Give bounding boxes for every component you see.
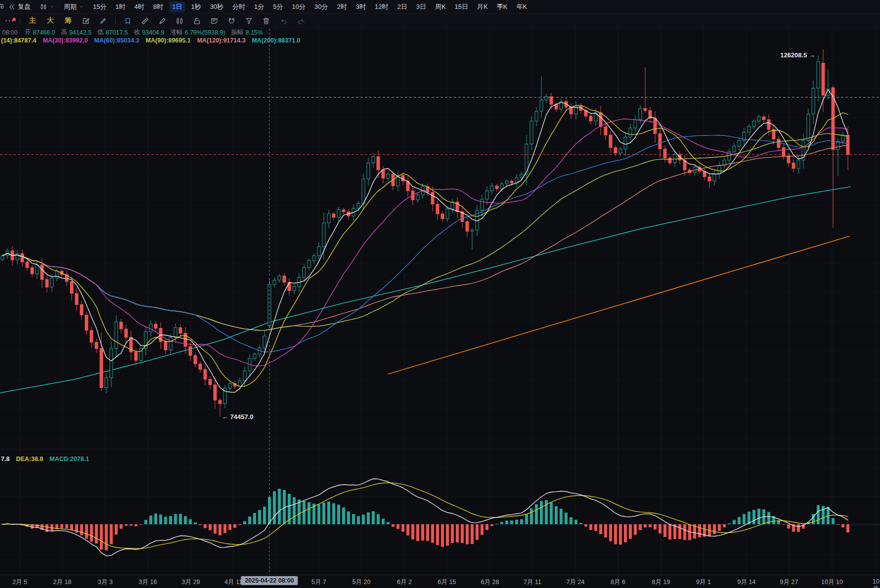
ma-info-bar: (14):84787.4MA(30):83992.0MA(60):85034.3…	[1, 37, 307, 44]
redo-icon	[297, 17, 305, 25]
toolbar-divider	[115, 17, 116, 25]
axis-label: 6月 28	[481, 578, 499, 587]
trash-button[interactable]	[258, 17, 275, 25]
tab-5分[interactable]: 5分	[270, 1, 286, 12]
ohlc-label: 涨幅	[170, 28, 182, 37]
tab-1分[interactable]: 1分	[251, 1, 267, 12]
ohlc-label: 开	[25, 28, 31, 37]
tab-分时[interactable]: 分时	[229, 1, 248, 12]
tab-1时[interactable]: 1时	[112, 1, 128, 12]
eraser-brush-button[interactable]	[94, 17, 112, 25]
note-edit-button[interactable]	[206, 17, 223, 25]
axis-label: 4月 11	[224, 578, 242, 587]
eraser-brush-icon	[99, 17, 107, 25]
notification-dot	[12, 18, 16, 21]
chevron-down-icon	[49, 4, 55, 9]
axis-label: 5月 20	[352, 578, 371, 587]
text-tool-group: 主大筹	[24, 16, 77, 25]
compare-candles-button[interactable]	[171, 17, 188, 25]
candlestick-macd-chart[interactable]: 126208.5 →← 74457.0	[0, 28, 880, 575]
ma-legend-item: MA(60):85034.3	[94, 37, 139, 44]
tab-4时[interactable]: 4时	[132, 1, 147, 12]
period-dropdown[interactable]: 周期	[59, 2, 88, 11]
text-tool-大[interactable]: 大	[42, 16, 59, 25]
trash-icon	[262, 17, 270, 25]
macd-info-bar: 7.8DEA:38.8MACD:2078.1	[1, 456, 95, 462]
text-tool-主[interactable]: 主	[24, 16, 42, 25]
trading-app: 间 复盘 周期 15分1时4时8时1日1秒30秒分时1分5分10分30分2时3时…	[0, 0, 880, 588]
ohlc-label: 高	[61, 28, 67, 37]
axis-label: 3月 29	[182, 578, 200, 587]
tab-15分[interactable]: 15分	[90, 1, 109, 12]
undo-button[interactable]	[275, 17, 292, 25]
undo-icon	[279, 17, 288, 25]
ma-legend-item: MA(120):91714.3	[197, 37, 246, 44]
axis-label: 10月 10	[821, 578, 843, 587]
tab-2时[interactable]: 2时	[334, 1, 350, 12]
tab-30分[interactable]: 30分	[311, 1, 331, 12]
magnet-button[interactable]	[223, 17, 240, 25]
ohlc-label: 振幅	[231, 28, 243, 37]
text-tool-筹[interactable]: 筹	[59, 16, 77, 25]
tab-15日[interactable]: 15日	[452, 1, 471, 12]
ohlc-value: 6.79%(5938.9)	[184, 29, 225, 36]
ohlc-value: 8.15%	[245, 29, 263, 36]
tab-1日[interactable]: 1日	[169, 1, 185, 12]
more-menu-button[interactable]: ···	[0, 16, 16, 25]
tab-周K[interactable]: 周K	[432, 1, 449, 12]
lock-button[interactable]	[188, 17, 206, 25]
tab-年K[interactable]: 年K	[513, 1, 530, 12]
macd-legend-item: 7.8	[1, 456, 9, 462]
timeframe-toolbar: 间 复盘 周期 15分1时4时8时1日1秒30秒分时1分5分10分30分2时3时…	[0, 0, 880, 14]
lock-icon	[193, 17, 201, 25]
crosshair-date-badge: 2025-04-22 08:00	[241, 576, 298, 585]
drawing-toolbar: ··· 主大筹	[0, 14, 880, 28]
screenshot-edit-button[interactable]	[77, 17, 94, 25]
redo-button[interactable]	[292, 17, 309, 25]
axis-label: 6月 2	[397, 578, 412, 587]
tab-12时[interactable]: 12时	[372, 1, 391, 12]
tab-10分[interactable]: 10分	[289, 1, 308, 12]
draw-tool-group	[77, 17, 309, 25]
axis-label: 9月 27	[780, 578, 798, 587]
clipped-toolbar-fragment: 间	[0, 2, 3, 11]
macd-legend-item: MACD:2078.1	[49, 456, 89, 462]
ohlc-value: 87466.0	[33, 29, 55, 36]
time-axis[interactable]: 2月 52月 183月 33月 163月 294月 115月 75月 206月 …	[0, 575, 880, 588]
ruler-icon	[141, 17, 149, 25]
ruler-button[interactable]	[136, 17, 154, 25]
note-edit-icon	[210, 17, 219, 25]
tab-8时[interactable]: 8时	[150, 1, 166, 12]
ma-legend-item: MA(200):88371.0	[252, 37, 301, 44]
ohlc-value: 94142.5	[69, 29, 91, 36]
tab-月K[interactable]: 月K	[474, 1, 491, 12]
chart-canvas[interactable]: 126208.5 →← 74457.0 2 08:00 开87466.0高941…	[0, 28, 880, 575]
compare-candles-icon	[176, 17, 184, 25]
tab-30秒[interactable]: 30秒	[207, 1, 226, 12]
replay-button[interactable]: 复盘	[3, 2, 35, 11]
timeframe-tabs: 15分1时4时8时1日1秒30秒分时1分5分10分30分2时3时12时2日3日周…	[88, 1, 531, 12]
tab-3日[interactable]: 3日	[413, 1, 429, 12]
high-price-annotation: 126208.5 →	[780, 51, 815, 59]
magnet-icon	[227, 17, 236, 25]
pen-button[interactable]	[154, 17, 171, 25]
ma-legend-item: (14):84787.4	[1, 37, 37, 44]
ohlc-label: 收	[134, 28, 140, 37]
toolbar-divider	[20, 17, 20, 25]
tab-1秒[interactable]: 1秒	[188, 1, 204, 12]
tab-2日[interactable]: 2日	[394, 1, 410, 12]
tab-3时[interactable]: 3时	[353, 1, 369, 12]
filter-button[interactable]	[240, 17, 258, 25]
pen-icon	[158, 17, 167, 25]
axis-label: 6月 15	[438, 578, 456, 587]
macd-legend-item: DEA:38.8	[16, 456, 43, 462]
bookmark-button[interactable]	[119, 17, 136, 25]
axis-label: 2月 5	[12, 578, 27, 587]
period-label: 周期	[64, 2, 77, 11]
candlestick-icon	[40, 3, 47, 11]
axis-label: 7月 24	[567, 578, 585, 587]
tab-季K[interactable]: 季K	[494, 1, 511, 12]
ohlc-value: 93404.9	[142, 29, 164, 36]
low-price-annotation: ← 74457.0	[222, 413, 254, 420]
chart-type-dropdown[interactable]	[35, 3, 59, 11]
